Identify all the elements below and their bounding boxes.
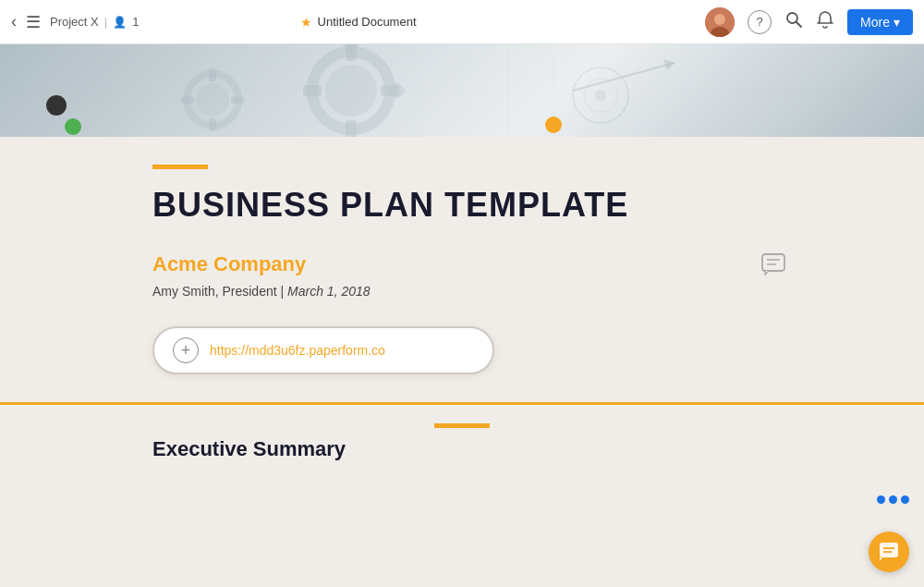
dot-green — [65, 118, 81, 135]
doc-info: ★ Untitled Document — [300, 15, 417, 30]
svg-rect-17 — [181, 96, 194, 104]
company-name: Acme Company — [152, 252, 772, 276]
bottom-section: Executive Summary — [116, 405, 808, 480]
search-icon[interactable] — [784, 10, 803, 33]
author-name: Amy Smith, President — [152, 284, 277, 299]
svg-rect-16 — [209, 118, 216, 131]
svg-line-4 — [796, 22, 801, 27]
svg-rect-29 — [762, 254, 784, 271]
star-icon[interactable]: ★ — [300, 15, 312, 30]
page-dot-1[interactable] — [877, 495, 885, 504]
page-dot-2[interactable] — [889, 495, 897, 504]
breadcrumb: Project X | 👤 1 — [50, 15, 139, 29]
section-title-partial: Executive Summary — [152, 437, 772, 461]
svg-rect-18 — [231, 96, 244, 104]
help-icon[interactable]: ? — [748, 10, 772, 34]
author-line: Amy Smith, President | March 1, 2018 — [152, 284, 772, 299]
bell-icon[interactable] — [816, 10, 834, 33]
doc-title: Untitled Document — [318, 15, 417, 29]
embed-url[interactable]: https://mdd3u6fz.paperform.co — [210, 343, 385, 358]
content-area: BUSINESS PLAN TEMPLATE Acme Company Amy … — [0, 137, 924, 480]
nav-right: ? More ▾ — [705, 7, 913, 37]
embed-plus-icon[interactable]: + — [173, 337, 199, 363]
dot-orange — [545, 116, 562, 133]
document-title: BUSINESS PLAN TEMPLATE — [152, 186, 772, 225]
back-icon[interactable]: ‹ — [11, 12, 17, 31]
embed-widget: + https://mdd3u6fz.paperform.co — [152, 326, 494, 374]
users-icon: 👤 — [113, 16, 127, 29]
svg-line-19 — [573, 63, 675, 91]
section-accent-bar — [434, 423, 490, 428]
user-count: 1 — [132, 15, 139, 29]
svg-point-3 — [787, 13, 797, 23]
dot-dark — [46, 95, 67, 116]
svg-rect-8 — [346, 120, 357, 137]
breadcrumb-separator: | — [104, 15, 107, 29]
page-dot-3[interactable] — [901, 495, 909, 504]
document-date: March 1, 2018 — [287, 284, 371, 299]
chat-button[interactable] — [869, 532, 909, 572]
svg-rect-15 — [209, 68, 216, 81]
nav-left: ‹ ☰ Project X | 👤 1 — [11, 12, 300, 32]
project-name[interactable]: Project X — [50, 15, 99, 29]
menu-icon[interactable]: ☰ — [26, 12, 41, 32]
svg-point-14 — [196, 83, 229, 116]
banner — [0, 44, 924, 137]
page-body: BUSINESS PLAN TEMPLATE Acme Company Amy … — [116, 137, 808, 393]
more-button[interactable]: More ▾ — [847, 9, 913, 35]
svg-point-1 — [714, 14, 725, 25]
comment-icon-container — [757, 248, 790, 281]
top-nav: ‹ ☰ Project X | 👤 1 ★ Untitled Document … — [0, 0, 924, 44]
accent-bar — [152, 165, 208, 169]
svg-rect-32 — [880, 543, 898, 557]
page-dots — [877, 495, 909, 504]
avatar[interactable] — [705, 7, 735, 37]
svg-point-28 — [595, 90, 606, 101]
date-separator: | — [281, 284, 288, 299]
comment-icon[interactable] — [757, 248, 790, 281]
